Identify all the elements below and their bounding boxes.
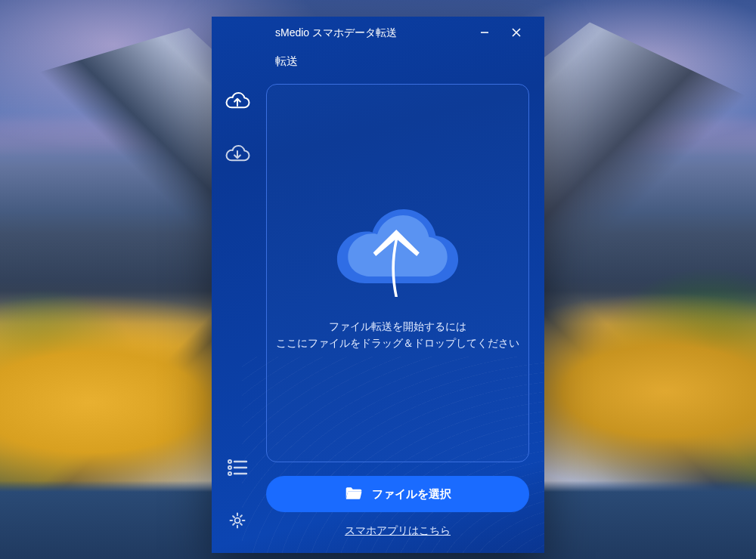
smartphone-app-link[interactable]: スマホアプリはこちら (266, 524, 529, 538)
svg-point-2 (228, 472, 231, 475)
minimize-button[interactable] (472, 22, 497, 45)
drop-zone-line1: ファイル転送を開始するには (276, 319, 519, 335)
sidebar-item-settings[interactable] (219, 505, 256, 539)
minimize-icon (480, 26, 489, 40)
list-icon (227, 459, 248, 480)
drop-zone[interactable]: ファイル転送を開始するには ここにファイルをドラッグ＆ドロップしてください (266, 84, 529, 462)
sidebar (212, 17, 263, 553)
tab-row: 転送 (266, 50, 529, 84)
main-panel: sMedio スマホデータ転送 転送 ファイル転送を開始するには ここにファ (263, 17, 544, 553)
select-file-button[interactable]: ファイルを選択 (266, 476, 529, 512)
sidebar-item-download[interactable] (219, 139, 256, 174)
folder-open-icon (345, 486, 363, 503)
titlebar: sMedio スマホデータ転送 (266, 17, 529, 50)
gear-icon (227, 511, 248, 533)
close-button[interactable] (503, 22, 529, 45)
cloud-download-icon (225, 144, 250, 168)
app-window: sMedio スマホデータ転送 転送 ファイル転送を開始するには ここにファ (212, 17, 544, 553)
drop-zone-line2: ここにファイルをドラッグ＆ドロップしてください (276, 335, 519, 352)
select-file-label: ファイルを選択 (372, 487, 451, 502)
svg-point-0 (228, 460, 231, 463)
svg-point-3 (235, 518, 240, 523)
svg-point-1 (228, 466, 231, 469)
window-title: sMedio スマホデータ転送 (275, 26, 466, 40)
sidebar-item-history[interactable] (219, 452, 256, 486)
drop-zone-message: ファイル転送を開始するには ここにファイルをドラッグ＆ドロップしてください (276, 319, 519, 351)
cloud-upload-illustration-icon (330, 195, 466, 308)
sidebar-item-upload[interactable] (219, 86, 256, 121)
close-icon (512, 26, 521, 40)
tab-transfer[interactable]: 転送 (275, 54, 298, 73)
cloud-upload-icon (225, 91, 250, 116)
